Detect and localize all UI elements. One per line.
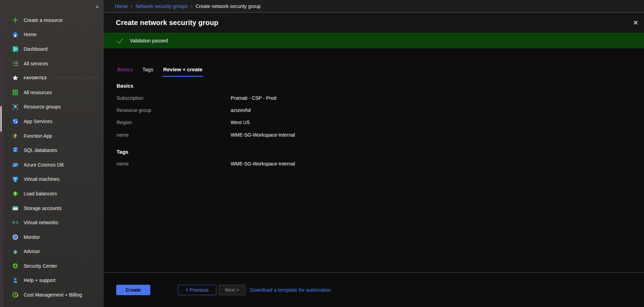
sidebar-menu: Create a resourceHomeDashboardAll servic… [3, 13, 104, 302]
breadcrumb-create-network-security-group: Create network security group [196, 3, 261, 9]
load-balancer-diamond-icon [12, 191, 18, 197]
sidebar-item-function-app[interactable]: Function App [3, 129, 104, 143]
tab-basics[interactable]: Basics [117, 66, 133, 77]
left-rail-scrollbar[interactable] [0, 106, 2, 132]
grid-icon [12, 89, 18, 96]
row-label: Subscription [117, 95, 231, 101]
sidebar-item-label: All resources [24, 90, 52, 95]
sidebar-item-all-services[interactable]: All services [3, 56, 104, 71]
sidebar-item-label: FAVORITES [24, 76, 47, 80]
breadcrumb-separator: › [191, 3, 192, 9]
section-rows: SubscriptionPramati - CSP - ProdResource… [117, 92, 644, 141]
cosmos-planet-icon [12, 162, 18, 168]
dashboard-icon [12, 46, 18, 52]
sidebar-item-create-a-resource[interactable]: Create a resource [3, 13, 104, 27]
review-sections: BasicsSubscriptionPramati - CSP - ProdRe… [117, 83, 644, 170]
sidebar-item-help-support[interactable]: Help + support [3, 273, 104, 288]
section-heading: Tags [117, 149, 644, 155]
star-icon [12, 75, 18, 81]
row-value: WME-SG-Workspace-Internal [231, 161, 295, 167]
virtual-network-icon [12, 219, 18, 226]
sidebar: « Create a resourceHomeDashboardAll serv… [3, 0, 104, 307]
sidebar-item-label: Security Center [24, 263, 57, 269]
row-value: West US [231, 120, 250, 125]
next-button[interactable]: Next > [219, 285, 246, 295]
sidebar-item-load-balancers[interactable]: Load balancers [3, 186, 104, 201]
sidebar-item-virtual-networks[interactable]: Virtual networks [3, 215, 104, 230]
download-template-link[interactable]: Download a template for automation [250, 287, 331, 293]
row-value: azurevhd [231, 107, 251, 113]
detail-row: nameWME-SG-Workspace-Internal [117, 158, 644, 170]
section-basics: BasicsSubscriptionPramati - CSP - ProdRe… [117, 83, 644, 141]
sidebar-item-cost-management-billing[interactable]: $Cost Management + Billing [3, 288, 104, 302]
check-icon [116, 37, 124, 45]
sidebar-item-azure-cosmos-db[interactable]: Azure Cosmos DB [3, 157, 104, 172]
sidebar-item-label: Cost Management + Billing [24, 292, 82, 298]
wizard-content: BasicsTagsReview + create BasicsSubscrip… [104, 48, 644, 272]
tab-bar: BasicsTagsReview + create [117, 66, 644, 77]
sql-database-icon: SQL [12, 147, 18, 153]
resource-cube-icon [12, 104, 18, 110]
detail-row: RegionWest US [117, 116, 644, 129]
tab-review-create[interactable]: Review + create [162, 66, 203, 77]
row-label: Region [117, 120, 231, 125]
row-value: Pramati - CSP - Prod [231, 95, 276, 101]
sidebar-item-dashboard[interactable]: Dashboard [3, 42, 104, 56]
breadcrumb-separator: › [131, 3, 132, 9]
sidebar-item-sql-databases[interactable]: SQLSQL databases [3, 143, 104, 157]
sidebar-item-label: Virtual machines [24, 176, 59, 182]
previous-button[interactable]: < Previous [178, 285, 216, 295]
sidebar-item-favorites: FAVORITES [3, 71, 104, 85]
sidebar-item-label: All services [24, 61, 48, 66]
breadcrumb-network-security-groups[interactable]: Network security groups [136, 3, 188, 9]
sidebar-item-label: SQL databases [24, 147, 57, 153]
shield-lock-icon [12, 263, 18, 269]
create-button[interactable]: Create [116, 285, 150, 295]
sidebar-collapse-row: « [3, 0, 104, 13]
page-title-bar: Create network security group ✕ [104, 13, 644, 33]
sidebar-item-resource-groups[interactable]: Resource groups [3, 100, 104, 114]
storage-icon [12, 205, 18, 211]
breadcrumb-home[interactable]: Home [115, 3, 128, 9]
sidebar-item-label: Create a resource [24, 17, 63, 23]
section-heading: Basics [117, 83, 644, 89]
footer-action-bar: Create < Previous Next > Download a temp… [104, 272, 644, 307]
sidebar-item-virtual-machines[interactable]: Virtual machines [3, 172, 104, 187]
section-tags: TagsnameWME-SG-Workspace-Internal [117, 149, 644, 170]
left-rail [0, 0, 3, 307]
close-icon[interactable]: ✕ [631, 19, 641, 27]
row-label: Resource group [117, 107, 231, 113]
sidebar-item-label: Azure Cosmos DB [24, 162, 64, 168]
vm-monitor-icon [12, 176, 18, 182]
sidebar-item-advisor[interactable]: Advisor [3, 244, 104, 259]
cost-billing-icon: $ [12, 292, 18, 298]
sidebar-item-label: Load balancers [24, 191, 57, 196]
validation-banner: Validation passed [104, 33, 644, 48]
sidebar-item-label: Monitor [24, 234, 40, 240]
sidebar-item-label: Help + support [24, 277, 55, 283]
sidebar-item-home[interactable]: Home [3, 27, 104, 42]
svg-text:$: $ [15, 293, 16, 296]
sidebar-item-monitor[interactable]: Monitor [3, 230, 104, 244]
collapse-sidebar-icon[interactable]: « [96, 3, 99, 9]
favorites-divider [51, 78, 99, 78]
main-pane: Home›Network security groups›Create netw… [104, 0, 644, 307]
services-list-icon [12, 60, 18, 67]
sidebar-item-label: Home [24, 32, 37, 37]
detail-row: Resource groupazurevhd [117, 104, 644, 116]
sidebar-item-all-resources[interactable]: All resources [3, 85, 104, 100]
app-services-icon [12, 118, 18, 124]
gauge-icon [12, 234, 18, 240]
advisor-cloud-icon [12, 248, 18, 255]
sidebar-item-label: Advisor [24, 249, 40, 254]
sidebar-item-security-center[interactable]: Security Center [3, 259, 104, 273]
svg-text:SQL: SQL [14, 150, 17, 152]
sidebar-item-storage-accounts[interactable]: Storage accounts [3, 201, 104, 216]
sidebar-item-app-services[interactable]: App Services [3, 114, 104, 129]
sidebar-item-label: Dashboard [24, 46, 48, 52]
section-rows: nameWME-SG-Workspace-Internal [117, 158, 644, 170]
detail-row: nameWME-SG-Workspace-Internal [117, 129, 644, 141]
breadcrumb: Home›Network security groups›Create netw… [104, 0, 644, 13]
sidebar-item-label: Virtual networks [24, 220, 58, 225]
tab-tags[interactable]: Tags [142, 66, 154, 77]
